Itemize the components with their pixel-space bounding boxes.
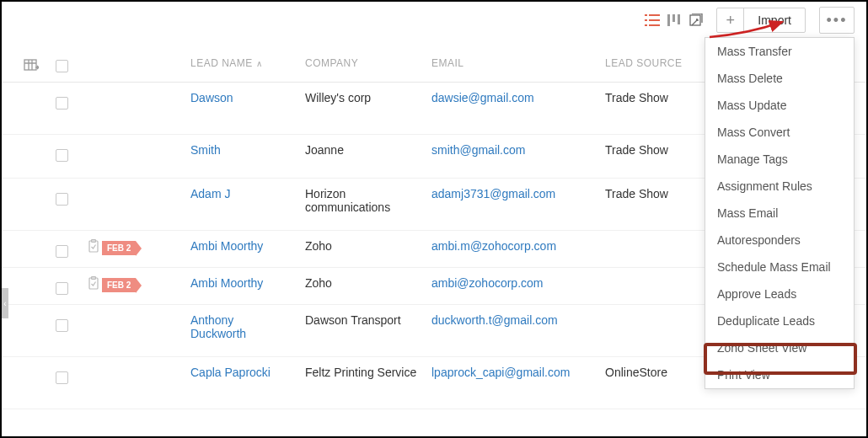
- menu-item[interactable]: Autoresponders: [705, 227, 854, 254]
- lead-source-value: Trade Show: [605, 143, 668, 157]
- svg-rect-3: [649, 19, 660, 21]
- lead-name-link[interactable]: Smith: [190, 143, 221, 157]
- lead-name-link[interactable]: Anthony Duckworth: [190, 313, 292, 340]
- more-actions-menu: Mass TransferMass DeleteMass UpdateMass …: [705, 37, 855, 389]
- row-checkbox[interactable]: [52, 190, 71, 211]
- row-checkbox[interactable]: [52, 280, 71, 300]
- menu-item[interactable]: Print View: [705, 361, 854, 388]
- list-view-icon[interactable]: [644, 12, 661, 29]
- lead-name-link[interactable]: Adam J: [190, 187, 230, 200]
- svg-rect-5: [649, 24, 660, 26]
- create-import-group: + Import: [716, 8, 806, 33]
- svg-rect-9: [690, 15, 700, 25]
- lead-source-value: Trade Show: [605, 187, 668, 200]
- svg-rect-4: [645, 24, 647, 26]
- date-tag: FEB 2: [102, 241, 136, 255]
- top-toolbar: + Import •••: [644, 7, 855, 34]
- menu-item[interactable]: Approve Leads: [705, 280, 854, 307]
- side-expand-handle[interactable]: ‹: [2, 288, 8, 318]
- company-value: Dawson Transport: [305, 313, 401, 327]
- svg-rect-2: [645, 19, 647, 21]
- menu-item[interactable]: Mass Transfer: [705, 38, 854, 65]
- email-link[interactable]: smith@gmail.com: [431, 143, 525, 157]
- row-tag: FEB 2: [88, 239, 136, 256]
- svg-rect-8: [678, 14, 680, 24]
- email-link[interactable]: dawsie@gmail.com: [431, 91, 534, 104]
- row-checkbox[interactable]: [52, 147, 71, 167]
- add-lead-button[interactable]: +: [717, 8, 744, 32]
- company-value: Zoho: [305, 239, 332, 253]
- clipboard-icon: [88, 276, 99, 293]
- menu-item[interactable]: Mass Convert: [705, 119, 854, 146]
- lead-name-link[interactable]: Capla Paprocki: [190, 366, 271, 379]
- more-actions-button[interactable]: •••: [819, 7, 855, 34]
- menu-item[interactable]: Assignment Rules: [705, 173, 854, 200]
- menu-item[interactable]: Manage Tags: [705, 146, 854, 173]
- lead-name-link[interactable]: Ambi Moorthy: [190, 239, 263, 253]
- menu-item[interactable]: Mass Email: [705, 200, 854, 227]
- svg-rect-7: [672, 14, 675, 22]
- row-tag: FEB 2: [88, 276, 136, 293]
- canvas-view-icon[interactable]: [688, 12, 705, 29]
- clipboard-icon: [88, 239, 99, 256]
- lead-name-link[interactable]: Dawson: [190, 91, 233, 104]
- date-tag: FEB 2: [102, 278, 136, 292]
- email-link[interactable]: duckworth.t@gmail.com: [431, 313, 558, 327]
- menu-item[interactable]: Zoho Sheet View: [705, 334, 854, 361]
- column-header-lead-name[interactable]: LEAD NAME∧: [190, 57, 262, 69]
- menu-item[interactable]: Mass Update: [705, 92, 854, 119]
- row-checkbox[interactable]: [52, 369, 71, 389]
- company-value: Horizon communications: [305, 187, 419, 214]
- column-header-company[interactable]: COMPANY: [305, 57, 358, 69]
- email-link[interactable]: lpaprock_capi@gmail.com: [431, 366, 570, 379]
- svg-rect-0: [645, 14, 647, 16]
- lead-name-link[interactable]: Ambi Moorthy: [190, 276, 263, 290]
- sort-asc-icon: ∧: [256, 59, 263, 68]
- menu-item[interactable]: Mass Delete: [705, 65, 854, 92]
- row-checkbox[interactable]: [52, 317, 71, 337]
- row-checkbox[interactable]: [52, 243, 71, 263]
- company-value: Joanne: [305, 143, 344, 157]
- column-header-lead-source[interactable]: LEAD SOURCE: [605, 57, 683, 69]
- import-button[interactable]: Import: [744, 8, 805, 32]
- lead-source-value: OnlineStore: [605, 366, 667, 379]
- company-value: Willey's corp: [305, 91, 371, 104]
- column-header-email[interactable]: EMAIL: [431, 57, 464, 69]
- row-checkbox[interactable]: [52, 94, 71, 115]
- menu-item[interactable]: Schedule Mass Email: [705, 254, 854, 280]
- email-link[interactable]: ambi@zohocorp.com: [431, 276, 544, 290]
- email-link[interactable]: ambi.m@zohocorp.com: [431, 239, 556, 253]
- company-value: Zoho: [305, 276, 332, 290]
- svg-rect-6: [667, 14, 670, 26]
- email-link[interactable]: adamj3731@gmail.com: [431, 187, 555, 200]
- lead-source-value: Trade Show: [605, 91, 668, 104]
- menu-item[interactable]: Deduplicate Leads: [705, 307, 854, 334]
- kanban-view-icon[interactable]: [666, 12, 683, 29]
- svg-rect-1: [649, 14, 660, 16]
- company-value: Feltz Printing Service: [305, 366, 416, 379]
